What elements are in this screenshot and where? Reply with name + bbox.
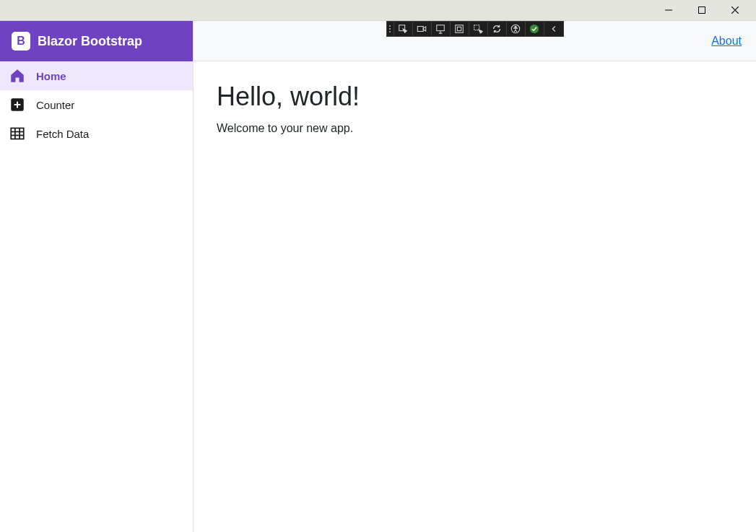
video-camera-icon	[417, 24, 427, 34]
window-minimize-button[interactable]	[652, 0, 685, 21]
plus-square-icon	[10, 97, 25, 112]
about-link[interactable]: About	[711, 35, 742, 48]
main-area: About Hello, world! Welcome to your new …	[194, 21, 756, 532]
window-maximize-button[interactable]	[685, 0, 718, 21]
app-shell: B Blazor Bootstrap Home Counter	[0, 21, 756, 532]
sidebar-item-counter[interactable]: Counter	[0, 90, 193, 119]
svg-point-19	[515, 26, 516, 27]
svg-rect-1	[699, 7, 705, 14]
inspect-icon	[435, 24, 446, 34]
cursor-select-icon	[473, 24, 483, 34]
house-icon	[10, 69, 25, 83]
svg-rect-15	[456, 25, 464, 33]
brand-badge-icon: B	[12, 32, 30, 51]
debug-status-ok-button[interactable]	[526, 21, 544, 37]
brand-label: Blazor Bootstrap	[38, 34, 142, 49]
svg-rect-16	[457, 27, 461, 30]
accessibility-icon	[510, 24, 521, 34]
svg-point-20	[530, 25, 539, 33]
debug-layout-button[interactable]	[451, 21, 469, 37]
svg-rect-14	[437, 25, 445, 31]
debug-select-element-button[interactable]	[394, 21, 413, 37]
debug-inspect-button[interactable]	[432, 21, 451, 37]
minimize-icon	[665, 6, 672, 14]
maximize-icon	[698, 6, 705, 14]
page-content: Hello, world! Welcome to your new app.	[194, 61, 756, 155]
debug-camera-button[interactable]	[413, 21, 432, 37]
topbar: About	[194, 21, 756, 61]
debug-accessibility-button[interactable]	[507, 21, 526, 37]
window-titlebar	[0, 0, 756, 21]
sidebar: B Blazor Bootstrap Home Counter	[0, 21, 194, 532]
sidebar-item-label: Fetch Data	[36, 128, 89, 140]
page-heading: Hello, world!	[217, 82, 733, 112]
debug-hot-reload-button[interactable]	[488, 21, 507, 37]
svg-rect-13	[417, 27, 423, 32]
sidebar-brand[interactable]: B Blazor Bootstrap	[0, 21, 193, 61]
close-icon	[731, 6, 739, 14]
drag-handle-icon[interactable]	[387, 21, 394, 37]
sidebar-item-home[interactable]: Home	[0, 61, 193, 90]
debug-toolbar[interactable]	[386, 21, 564, 37]
sidebar-item-label: Home	[36, 70, 66, 82]
table-icon	[10, 126, 25, 141]
window-close-button[interactable]	[718, 0, 752, 21]
sidebar-item-fetch-data[interactable]: Fetch Data	[0, 119, 193, 148]
sidebar-nav: Home Counter Fetch Dat	[0, 61, 193, 148]
select-element-icon	[398, 24, 408, 34]
hot-reload-icon	[492, 24, 502, 34]
chevron-left-icon	[549, 24, 559, 34]
check-circle-icon	[529, 24, 539, 34]
debug-cursor-button[interactable]	[469, 21, 488, 37]
sidebar-item-label: Counter	[36, 99, 74, 111]
svg-rect-7	[11, 128, 24, 139]
page-subtext: Welcome to your new app.	[217, 122, 733, 135]
debug-collapse-button[interactable]	[544, 21, 563, 37]
layout-icon	[454, 24, 464, 34]
